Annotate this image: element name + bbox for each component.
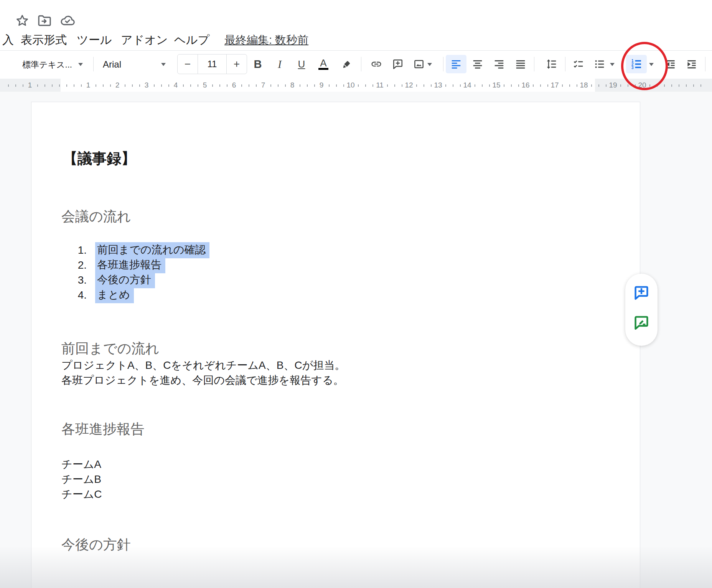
link-icon — [371, 58, 382, 70]
add-comment-icon — [633, 284, 650, 301]
selected-text: 前回までの流れの確認 — [95, 242, 209, 258]
chevron-down-icon[interactable] — [427, 63, 432, 68]
star-button[interactable] — [13, 12, 31, 30]
move-button[interactable] — [35, 12, 54, 30]
ruler-number: 18 — [578, 81, 589, 89]
ruler-number: 3 — [143, 81, 150, 89]
menu-item-help[interactable]: ヘルプ — [174, 31, 209, 48]
bulleted-list-button[interactable] — [591, 55, 608, 73]
toolbar-divider — [705, 57, 705, 71]
last-edit-link[interactable]: 最終編集: 数秒前 — [224, 32, 308, 48]
toolbar-divider — [565, 57, 565, 71]
ruler-number: 20 — [636, 81, 648, 89]
ruler-number: 1 — [26, 81, 34, 89]
list-item: 4. まとめ — [61, 287, 209, 302]
list-number: 3. — [61, 274, 87, 286]
paragraph: プロジェクトA、B、CをそれぞれチームA、B、Cが担当。 各班プロジェクトを進め… — [61, 358, 345, 388]
add-comment-icon — [392, 58, 404, 70]
menu-item-insert-partial[interactable]: 入 — [2, 31, 14, 48]
heading-previous: 前回までの流れ — [61, 339, 159, 358]
menu-item-format[interactable]: 表示形式 — [21, 31, 67, 48]
align-right-button[interactable] — [490, 55, 508, 73]
align-left-icon — [450, 58, 462, 70]
ruler-number: 12 — [403, 81, 414, 89]
ruler-number: 14 — [461, 81, 473, 89]
suggest-edits-button[interactable] — [631, 312, 652, 334]
heading-progress: 各班進捗報告 — [61, 420, 144, 439]
increase-indent-button[interactable] — [683, 55, 700, 73]
ruler-number: 19 — [607, 81, 618, 89]
align-center-button[interactable] — [469, 55, 486, 73]
insert-image-button[interactable] — [410, 55, 428, 73]
selected-text: 今後の方針 — [95, 272, 155, 288]
cloud-check-icon — [59, 12, 76, 29]
add-comment-floating-button[interactable] — [631, 282, 652, 304]
chevron-down-icon[interactable] — [610, 63, 615, 68]
menu-divider — [0, 50, 712, 51]
list-item: 1. 前回までの流れの確認 — [61, 243, 209, 258]
paragraph-style-selector[interactable]: 標準テキス... — [22, 58, 72, 71]
ruler-number: 11 — [374, 81, 385, 89]
ruler-number: 17 — [549, 81, 560, 89]
numbered-list-icon: 1 2 3 — [630, 58, 643, 70]
document-page[interactable]: 【議事録】 会議の流れ 1. 前回までの流れの確認 2. 各班進捗報告 3. 今… — [31, 102, 640, 588]
underline-button[interactable]: U — [293, 55, 310, 73]
horizontal-ruler[interactable]: 1 1 2 3 4 5 6 7 8 9 10 11 12 13 14 15 16… — [0, 79, 712, 92]
ruler-number: 7 — [260, 81, 267, 89]
decrease-indent-button[interactable] — [662, 55, 679, 73]
ruler-number: 13 — [432, 81, 443, 89]
font-size-group: − 11 + — [177, 54, 247, 74]
selected-text: まとめ — [95, 287, 134, 303]
ruler-number: 1 — [85, 81, 92, 89]
floating-action-pill — [625, 274, 658, 346]
font-family-selector[interactable]: Arial — [103, 58, 121, 71]
numbered-list-button[interactable]: 1 2 3 — [626, 55, 647, 73]
toolbar-divider — [361, 57, 361, 71]
list-number: 1. — [61, 244, 87, 256]
increase-font-size-button[interactable]: + — [227, 55, 247, 74]
document-canvas: 【議事録】 会議の流れ 1. 前回までの流れの確認 2. 各班進捗報告 3. 今… — [0, 92, 712, 588]
ruler-number: 9 — [318, 81, 325, 89]
highlighter-icon — [342, 58, 353, 70]
underline-icon: U — [298, 58, 305, 70]
image-icon — [413, 58, 425, 70]
bold-button[interactable]: B — [249, 55, 267, 73]
ruler-number: 4 — [172, 81, 180, 89]
menu-item-tools[interactable]: ツール — [77, 31, 112, 48]
increase-indent-icon — [686, 58, 697, 70]
line-spacing-button[interactable] — [543, 55, 560, 73]
heading-agenda: 会議の流れ — [61, 207, 131, 226]
text-color-icon: A — [318, 59, 328, 70]
font-size-input[interactable]: 11 — [198, 55, 227, 74]
chevron-down-icon[interactable] — [78, 63, 83, 68]
justify-icon — [515, 58, 526, 70]
checklist-button[interactable] — [570, 55, 587, 73]
align-right-icon — [493, 58, 505, 70]
italic-button[interactable]: I — [271, 55, 288, 73]
highlight-color-button[interactable] — [339, 55, 356, 73]
justify-button[interactable] — [512, 55, 529, 73]
team-line: チームA — [61, 457, 102, 472]
ruler-number: 2 — [114, 81, 121, 89]
folder-move-icon — [36, 13, 53, 29]
decrease-font-size-button[interactable]: − — [178, 55, 198, 74]
list-number: 4. — [61, 289, 87, 301]
list-number: 2. — [61, 259, 87, 271]
cloud-status-button[interactable] — [58, 12, 77, 30]
star-icon — [14, 13, 30, 29]
agenda-list: 1. 前回までの流れの確認 2. 各班進捗報告 3. 今後の方針 4. まとめ — [61, 243, 209, 302]
ruler-number: 8 — [289, 81, 296, 89]
chevron-down-icon[interactable] — [161, 63, 166, 68]
add-comment-button[interactable] — [389, 55, 407, 73]
heading-policy: 今後の方針 — [61, 535, 131, 554]
bulleted-list-icon — [594, 58, 605, 70]
checklist-icon — [573, 58, 584, 70]
menu-item-addons[interactable]: アドオン — [121, 31, 168, 48]
chevron-down-icon[interactable] — [649, 63, 654, 68]
insert-link-button[interactable] — [368, 55, 385, 73]
align-left-button[interactable] — [446, 55, 466, 73]
text-color-button[interactable]: A — [315, 55, 332, 73]
list-item: 3. 今後の方針 — [61, 273, 209, 287]
selected-text: 各班進捗報告 — [95, 257, 165, 273]
toolbar-divider — [443, 57, 443, 71]
